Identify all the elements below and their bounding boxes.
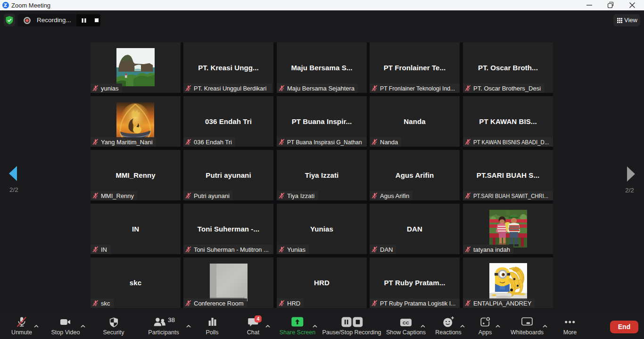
svg-text:CC: CC — [403, 320, 409, 325]
